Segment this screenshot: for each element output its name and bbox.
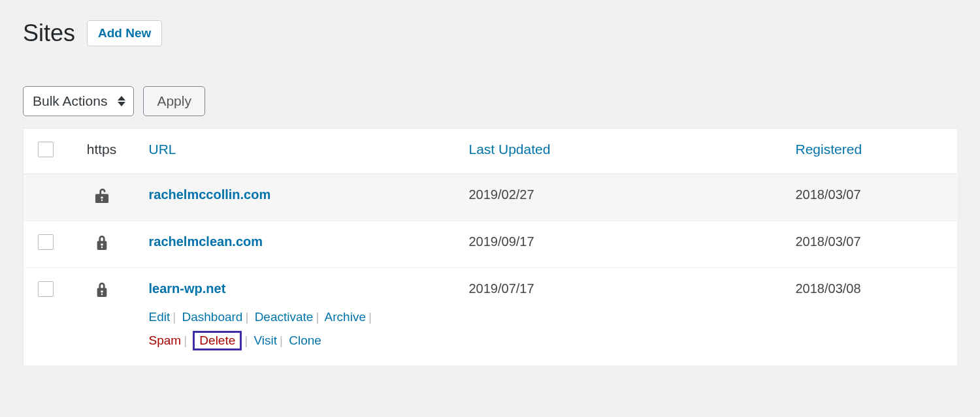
sites-table: https URL Last Updated Registered rachel…: [23, 128, 957, 366]
site-url-link[interactable]: learn-wp.net: [149, 281, 226, 296]
col-url[interactable]: URL: [141, 129, 461, 174]
action-edit[interactable]: Edit: [149, 310, 171, 324]
unlock-icon: [95, 187, 109, 204]
site-url-link[interactable]: rachelmccollin.com: [149, 187, 271, 202]
apply-button[interactable]: Apply: [143, 86, 205, 116]
registered-value: 2018/03/07: [788, 174, 958, 221]
action-delete[interactable]: Delete: [193, 331, 242, 350]
bulk-actions-select[interactable]: Bulk Actions: [23, 86, 134, 116]
add-new-button[interactable]: Add New: [87, 20, 162, 46]
registered-value: 2018/03/08: [788, 268, 958, 366]
action-dashboard[interactable]: Dashboard: [182, 310, 242, 324]
col-https: https: [63, 129, 141, 174]
site-url-link[interactable]: rachelmclean.com: [149, 234, 263, 249]
action-visit[interactable]: Visit: [254, 333, 278, 347]
row-actions: Edit| Dashboard| Deactivate| Archive| Sp…: [149, 305, 453, 352]
lock-icon: [95, 281, 109, 298]
row-checkbox[interactable]: [38, 234, 54, 250]
action-archive[interactable]: Archive: [325, 310, 366, 324]
last-updated-value: 2019/02/27: [461, 174, 788, 221]
action-deactivate[interactable]: Deactivate: [255, 310, 314, 324]
table-row: rachelmclean.com 2019/09/17 2018/03/07: [24, 221, 958, 268]
row-checkbox[interactable]: [38, 281, 54, 297]
table-row: rachelmccollin.com 2019/02/27 2018/03/07: [24, 174, 958, 221]
action-spam[interactable]: Spam: [149, 333, 182, 347]
action-clone[interactable]: Clone: [289, 333, 321, 347]
col-registered[interactable]: Registered: [788, 129, 958, 174]
last-updated-value: 2019/09/17: [461, 221, 788, 268]
last-updated-value: 2019/07/17: [461, 268, 788, 366]
select-arrows-icon: [118, 96, 125, 106]
bulk-actions-label: Bulk Actions: [33, 93, 107, 108]
select-all-checkbox[interactable]: [38, 142, 54, 157]
page-title: Sites: [23, 20, 75, 47]
table-row: learn-wp.net Edit| Dashboard| Deactivate…: [24, 268, 958, 366]
lock-icon: [95, 234, 109, 251]
col-last-updated[interactable]: Last Updated: [461, 129, 788, 174]
registered-value: 2018/03/07: [788, 221, 958, 268]
